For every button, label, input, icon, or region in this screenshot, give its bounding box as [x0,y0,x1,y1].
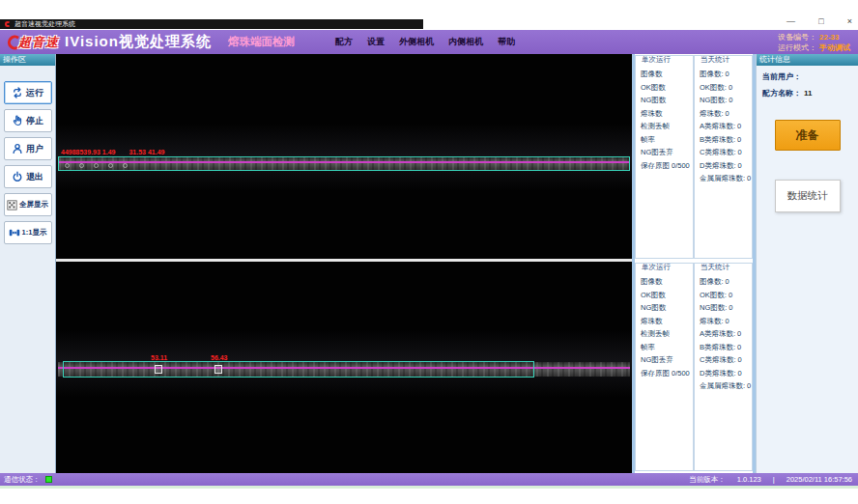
statistics-info-panel: 统计信息 当前用户： 配方名称：11 准备 数据统计 [756,54,858,473]
stat-value: 0 [738,355,742,364]
stat-value: 0 [726,109,729,118]
stat-row: 熔珠数 [636,107,693,121]
stat-value: 0 [729,291,732,299]
annotation-value: 53.11 [151,354,167,361]
stat-row: OK图数 [636,289,693,302]
annotation-value: 44988539.93 1.49 [61,149,115,155]
stat-label: 帧率 [641,135,655,144]
weld-bead-image: 44988539.93 1.49 31.53 41.49 [58,156,630,171]
bead-texture-dot [65,163,70,168]
menu-item-recipe[interactable]: 配方 [335,36,353,48]
stat-label: OK图数: [700,291,727,299]
stat-label: NG图数 [641,303,666,312]
stat-row: 检测丢帧 [636,120,693,133]
one-to-one-button[interactable]: 1:1显示 [4,221,52,244]
stat-value: 0 [747,381,751,390]
stat-label: A类熔珠数: [700,329,735,338]
stats-panel-inner: 单次运行 图像数 OK图数 NG图数 熔珠数 检测丢帧 帧率 NG图丢弃 保存原… [635,263,753,471]
detection-region-overlay [63,361,534,378]
stat-label: 图像数: [700,277,724,286]
stat-row: OK图数 [636,81,693,95]
stat-label: 保存原图 [641,369,670,378]
stat-value: 0 [729,96,732,104]
close-button[interactable]: × [845,15,854,28]
camera-view-inner: 53.11 56.43 [56,262,632,473]
fullscreen-button-label: 全屏显示 [19,200,48,210]
centerline-overlay [59,161,629,163]
stat-label: OK图数: [700,83,727,92]
stat-row: A类熔珠数:0 [695,327,752,341]
stat-value: 0/500 [672,161,690,170]
app-header: 超音速 IVision视觉处理系统 熔珠端面检测 配方 设置 外侧相机 内侧相机… [0,30,858,54]
menu-item-help[interactable]: 帮助 [498,36,515,48]
stat-label: B类熔珠数: [700,343,735,351]
stat-label: NG图丢弃 [641,355,673,364]
stat-label: NG图数 [641,96,666,104]
bead-texture-dot [123,163,128,168]
menu-item-settings[interactable]: 设置 [367,36,385,48]
stat-row: D类熔珠数:0 [695,159,752,173]
current-user-label: 当前用户： [762,72,801,81]
stat-row: C类熔珠数:0 [695,353,752,367]
stop-button[interactable]: 停止 [4,109,52,132]
comm-status-label: 通信状态： [4,475,41,485]
stat-row: 帧率 [636,341,693,354]
stat-value: 0 [737,122,741,130]
stat-row: A类熔珠数:0 [695,120,752,133]
stat-value: 0 [737,343,741,351]
run-mode-value: 手动调试 [819,43,850,52]
device-number-line: 设备编号：22-33 [778,32,850,42]
run-button-label: 运行 [26,87,43,99]
stat-row: 检测丢帧 [636,327,693,341]
stat-label: 图像数 [641,277,663,286]
one-to-one-button-label: 1:1显示 [22,228,47,238]
fullscreen-button[interactable]: 全屏显示 [4,193,52,216]
window-title: 超音速视觉处理系统 [14,19,75,29]
stat-row: OK图数:0 [695,289,752,302]
stat-label: C类熔珠数: [700,355,736,364]
version-value: 1.0.123 [737,475,761,484]
exit-button-label: 退出 [26,171,43,183]
current-user-line: 当前用户： [762,71,858,82]
exit-button[interactable]: 退出 [4,165,52,188]
stat-label: NG图数: [700,303,727,312]
stat-value: 0 [737,135,741,144]
data-statistics-button[interactable]: 数据统计 [775,180,841,212]
maximize-button[interactable]: □ [816,15,825,28]
stat-value: 0 [729,83,732,92]
stat-row: B类熔珠数:0 [695,341,752,354]
stat-row: NG图数 [636,94,693,107]
run-button[interactable]: 运行 [4,81,52,104]
annotation-value: 31.53 41.49 [129,149,164,155]
minimize-button[interactable]: — [785,15,797,28]
stat-value: 0 [747,174,751,182]
stat-label: 熔珠数: [700,109,724,118]
ready-button[interactable]: 准备 [775,120,841,151]
window-controls: — □ × [785,15,854,28]
user-button[interactable]: 用户 [4,137,52,160]
menu-item-outer-camera[interactable]: 外侧相机 [399,36,434,48]
one-to-one-icon [9,227,20,238]
menu-item-inner-camera[interactable]: 内侧相机 [448,36,483,48]
stat-row: NG图数 [636,301,693,315]
stat-label: NG图数: [700,96,727,104]
stat-value: 0/500 [672,369,690,378]
device-number-label: 设备编号： [778,33,816,42]
single-run-group: 单次运行 图像数 OK图数 NG图数 熔珠数 检测丢帧 帧率 NG图丢弃 保存原… [635,263,694,471]
stat-label: 金属屑熔珠数: [700,174,745,182]
stat-value: 0 [738,148,742,156]
user-icon [12,143,23,154]
stat-label: 保存原图 [641,161,670,170]
stat-row: NG图丢弃 [636,146,693,159]
sync-icon [12,87,23,98]
logo-text: 超音速 [18,34,59,51]
status-separator: | [773,475,775,484]
version-datetime: 当前版本： 1.0.123 | 2025/02/11 16:57:56 [689,475,852,485]
device-number-value: 22-33 [819,33,839,42]
stat-row: NG图数:0 [695,301,752,315]
stop-button-label: 停止 [26,115,43,127]
stat-label: 帧率 [641,343,655,351]
weld-bead-image: 53.11 56.43 [58,362,630,377]
annotation-value: 56.43 [211,354,228,361]
status-bar: 通信状态： 当前版本： 1.0.123 | 2025/02/11 16:57:5… [0,473,858,486]
